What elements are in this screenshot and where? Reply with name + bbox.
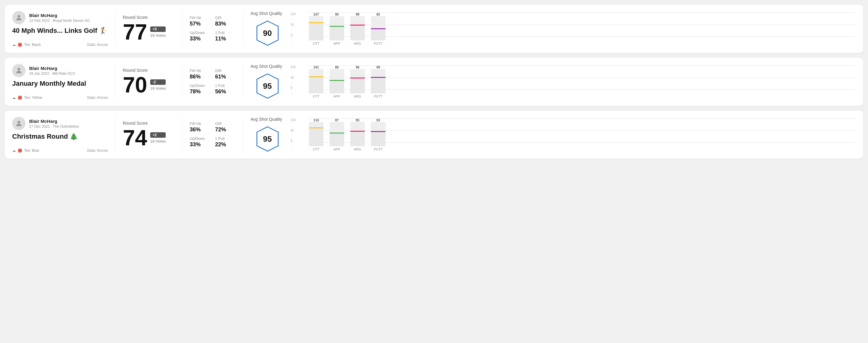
avatar: [12, 117, 26, 130]
bar-value: 107: [313, 12, 319, 16]
bar-value: 95: [335, 12, 339, 16]
stats-section: FW Hit 57% GIR 83% Up/Down 33% 1 Putt 11…: [182, 11, 243, 47]
bar-label: ARG: [354, 95, 361, 98]
score-section: Round Score 74 +2 18 Holes: [116, 117, 182, 153]
chart-column: 87 APP: [330, 118, 344, 151]
bar-wrapper: [371, 122, 385, 146]
round-left-section: Blair McHarg 27 Dec 2021 · The Oxfordshi…: [12, 117, 116, 153]
bar-label: OTT: [313, 148, 319, 151]
quality-section: Avg Shot Quality 95: [243, 64, 292, 100]
score-diff-badge: -2: [150, 80, 166, 85]
score-row: 77 +5 18 Holes: [123, 21, 175, 43]
fw-hit-stat: FW Hit 86%: [190, 69, 210, 80]
round-meta: 12 Feb 2022 · Royal North Devon GC: [29, 19, 90, 23]
user-info: Blair McHarg 12 Feb 2022 · Royal North D…: [12, 11, 108, 24]
user-icon: [15, 120, 23, 127]
round-title: 40 Mph Winds... Links Golf 🏌: [12, 27, 108, 35]
oneputt-label: 1 Putt: [215, 84, 236, 88]
user-details: Blair McHarg 12 Feb 2022 · Royal North D…: [29, 13, 90, 23]
updown-stat: Up/Down 78%: [190, 84, 210, 95]
bar-value: 110: [313, 118, 319, 122]
oneputt-stat: 1 Putt 22%: [215, 136, 236, 148]
chart-column: 95 ARG: [350, 118, 365, 151]
bar-wrapper: [309, 69, 323, 93]
score-badge: +5 18 Holes: [150, 27, 166, 38]
weather-icon: ☁: [12, 95, 16, 100]
bar-value: 87: [335, 118, 339, 122]
fw-hit-label: FW Hit: [190, 69, 210, 73]
user-name: Blair McHarg: [29, 13, 90, 18]
bar-wrapper: [330, 16, 344, 40]
bar-value: 96: [356, 65, 359, 69]
avatar: [12, 64, 26, 77]
chart-column: 107 OTT: [309, 12, 323, 45]
user-details: Blair McHarg 27 Dec 2021 · The Oxfordshi…: [29, 119, 79, 129]
user-info: Blair McHarg 29 Jan 2022 · Mill Ride GCC: [12, 64, 108, 77]
round-meta: 29 Jan 2022 · Mill Ride GCC: [29, 71, 75, 76]
bar-label: PUTT: [374, 148, 383, 151]
round-left-section: Blair McHarg 12 Feb 2022 · Royal North D…: [12, 11, 116, 47]
oneputt-value: 56%: [215, 89, 236, 95]
stats-grid: FW Hit 86% GIR 61% Up/Down 78% 1 Putt 56…: [190, 69, 236, 95]
fw-hit-label: FW Hit: [190, 16, 210, 20]
round-left-section: Blair McHarg 29 Jan 2022 · Mill Ride GCC…: [12, 64, 116, 100]
chart-column: 82 PUTT: [371, 12, 385, 45]
score-label: Round Score: [123, 121, 175, 126]
score-number: 74: [123, 127, 147, 149]
user-icon: [15, 14, 23, 22]
svg-point-2: [18, 68, 20, 70]
hexagon-container: 95: [254, 125, 281, 153]
score-label: Round Score: [123, 68, 175, 73]
quality-section: Avg Shot Quality 90: [243, 11, 292, 47]
score-badge: -2 18 Holes: [150, 80, 166, 91]
chart-column: 95 APP: [330, 12, 344, 45]
round-title: Christmas Round 🎄: [12, 132, 108, 141]
score-diff-badge: +2: [150, 132, 166, 138]
bar-wrapper: [350, 16, 365, 40]
bar-value: 98: [356, 12, 359, 16]
score-row: 74 +2 18 Holes: [123, 127, 175, 149]
gir-value: 72%: [215, 126, 236, 133]
bar-wrapper: [350, 69, 365, 93]
chart-section: 100 50 0 107 OTT 95: [292, 11, 856, 47]
weather-icon: ☁: [12, 148, 16, 153]
bar-label: OTT: [313, 95, 319, 98]
hexagon-container: 90: [254, 20, 281, 47]
gir-value: 83%: [215, 21, 236, 27]
score-badge: +2 18 Holes: [150, 132, 166, 144]
chart-column: 110 OTT: [309, 118, 323, 151]
bag-icon: 🎒: [18, 42, 22, 47]
score-holes: 18 Holes: [150, 86, 166, 91]
score-label: Round Score: [123, 15, 175, 20]
round-meta: 27 Dec 2021 · The Oxfordshire: [29, 124, 79, 129]
svg-point-4: [18, 121, 20, 123]
stats-grid: FW Hit 57% GIR 83% Up/Down 33% 1 Putt 11…: [190, 16, 236, 42]
svg-point-0: [18, 15, 20, 18]
chart-column: 93 PUTT: [371, 118, 385, 151]
user-name: Blair McHarg: [29, 66, 75, 71]
gir-stat: GIR 83%: [215, 16, 236, 27]
updown-value: 33%: [190, 36, 210, 42]
tee-info: ☁ 🎒 Tee: Yellow: [12, 95, 42, 100]
oneputt-stat: 1 Putt 56%: [215, 84, 236, 95]
score-section: Round Score 70 -2 18 Holes: [116, 64, 182, 100]
fw-hit-value: 57%: [190, 21, 210, 27]
bottom-info: ☁ 🎒 Tee: Yellow Data: Arccos: [12, 95, 108, 100]
updown-stat: Up/Down 33%: [190, 136, 210, 148]
quality-label: Avg Shot Quality: [250, 117, 282, 122]
updown-value: 33%: [190, 142, 210, 148]
tee-label: Tee: Yellow: [24, 95, 42, 100]
chart-column: 98 ARG: [350, 12, 365, 45]
bottom-info: ☁ 🎒 Tee: Black Data: Arccos: [12, 42, 108, 47]
stats-section: FW Hit 86% GIR 61% Up/Down 78% 1 Putt 56…: [182, 64, 243, 100]
hex-score: 95: [263, 82, 272, 91]
round-title: January Monthly Medal: [12, 80, 108, 88]
hex-score: 90: [263, 29, 272, 38]
updown-value: 78%: [190, 89, 210, 95]
data-source: Data: Arccos: [87, 148, 108, 153]
round-card-3: Blair McHarg 27 Dec 2021 · The Oxfordshi…: [5, 111, 863, 159]
bag-icon: 🎒: [18, 148, 22, 153]
oneputt-label: 1 Putt: [215, 31, 236, 35]
bar-wrapper: [309, 16, 323, 40]
tee-label: Tee: Blue: [24, 148, 39, 153]
